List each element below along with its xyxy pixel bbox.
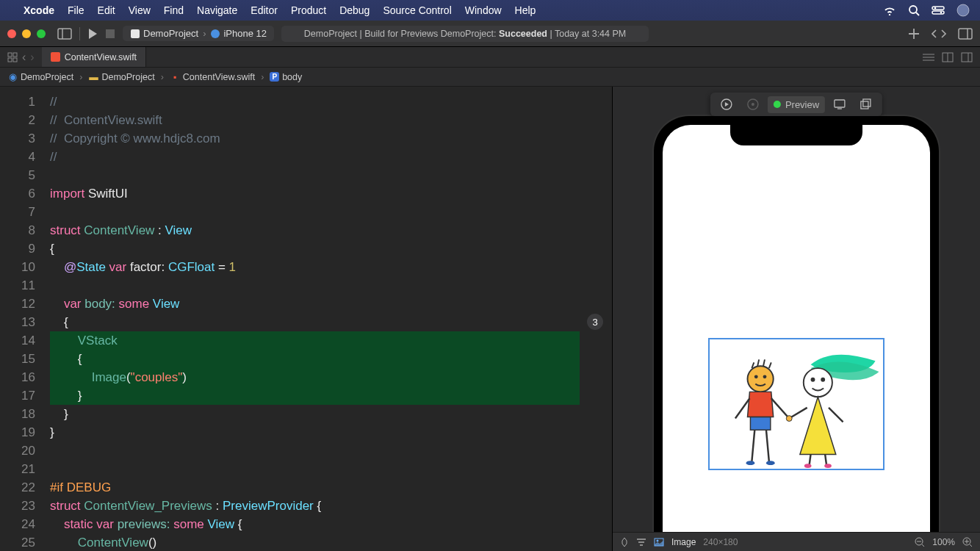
device-frame (654, 116, 939, 532)
tab-contentview[interactable]: ContentView.swift (42, 47, 146, 67)
app-name[interactable]: Xcode (24, 4, 54, 16)
code-review-icon[interactable] (932, 29, 946, 39)
menu-product[interactable]: Product (291, 4, 326, 16)
svg-point-43 (748, 366, 774, 392)
inspectors-toggle-icon[interactable] (958, 28, 973, 40)
menu-window[interactable]: Window (465, 4, 502, 16)
menu-source-control[interactable]: Source Control (383, 4, 451, 16)
adjust-editor-icon[interactable] (942, 52, 954, 62)
related-items-icon[interactable] (7, 52, 18, 62)
menu-debug[interactable]: Debug (339, 4, 370, 16)
svg-line-1 (916, 12, 919, 15)
jump-symbol[interactable]: body (282, 72, 302, 82)
add-editor-icon[interactable] (961, 52, 973, 62)
preview-toolbar: Preview (710, 93, 882, 116)
swift-file-icon (51, 52, 60, 62)
couples-image-content (710, 339, 883, 469)
preview-device-button[interactable] (828, 96, 851, 112)
svg-rect-32 (863, 99, 871, 107)
scheme-device-label: iPhone 12 (223, 28, 267, 39)
stop-button[interactable] (105, 29, 115, 39)
menu-view[interactable]: View (129, 4, 151, 16)
change-badge[interactable]: 3 (587, 314, 603, 330)
svg-rect-17 (8, 58, 12, 62)
svg-rect-16 (13, 53, 17, 57)
source-editor[interactable]: 1234567891011121314151617181920212223242… (0, 87, 612, 551)
pin-icon[interactable] (620, 537, 629, 547)
svg-point-0 (909, 6, 917, 13)
window-toolbar: DemoProject › iPhone 12 DemoProject | Bu… (0, 21, 980, 47)
zoom-out-button[interactable] (915, 537, 925, 547)
zoom-in-button[interactable] (962, 537, 973, 547)
status-prefix: DemoProject | Build for Previews DemoPro… (304, 29, 499, 39)
preview-duplicate-button[interactable] (854, 96, 878, 113)
control-center-icon[interactable] (932, 6, 945, 15)
editor-tab-bar: ‹ › ContentView.swift (0, 47, 980, 68)
main-split: 1234567891011121314151617181920212223242… (0, 87, 980, 551)
menu-find[interactable]: Find (164, 4, 184, 16)
svg-line-48 (766, 430, 769, 461)
user-avatar-icon[interactable] (956, 4, 970, 17)
filter-icon[interactable] (636, 538, 646, 547)
svg-point-49 (746, 461, 755, 465)
nav-forward-icon[interactable]: › (30, 51, 34, 64)
preview-live-label: Preview (785, 99, 819, 110)
svg-point-53 (786, 416, 792, 422)
scheme-selector[interactable]: DemoProject › iPhone 12 (123, 26, 274, 41)
svg-rect-8 (58, 29, 71, 39)
jump-file[interactable]: ContentView.swift (183, 72, 255, 82)
svg-line-47 (752, 430, 754, 461)
preview-canvas[interactable] (613, 87, 980, 532)
macos-menubar: Xcode File Edit View Find Navigate Edito… (0, 0, 980, 21)
preview-live-button[interactable]: Preview (768, 96, 825, 113)
svg-point-45 (763, 375, 767, 378)
svg-point-44 (754, 375, 758, 378)
svg-rect-2 (932, 7, 944, 10)
spotlight-icon[interactable] (908, 4, 920, 16)
menu-help[interactable]: Help (515, 4, 536, 16)
chevron-right-icon: › (203, 28, 206, 39)
svg-point-12 (211, 29, 220, 38)
svg-rect-46 (750, 417, 770, 431)
nav-back-icon[interactable]: ‹ (22, 51, 26, 64)
preview-debug-button[interactable] (741, 96, 765, 113)
svg-rect-30 (835, 100, 845, 107)
close-window-button[interactable] (7, 29, 16, 38)
jump-project[interactable]: DemoProject (21, 72, 73, 82)
svg-point-40 (824, 464, 832, 468)
project-icon: ◉ (7, 71, 18, 82)
svg-rect-19 (51, 52, 60, 62)
svg-point-58 (657, 539, 659, 541)
add-button[interactable] (908, 28, 920, 40)
menu-file[interactable]: File (68, 4, 84, 16)
menu-editor[interactable]: Editor (251, 4, 278, 16)
menu-edit[interactable]: Edit (98, 4, 115, 16)
svg-line-38 (825, 454, 826, 465)
navigator-toggle-icon[interactable] (57, 28, 72, 40)
svg-rect-18 (13, 58, 17, 62)
canvas-preview-panel: Preview (612, 87, 980, 551)
jump-bar[interactable]: ◉ DemoProject › ▬ DemoProject › ▪ Conten… (0, 68, 980, 87)
svg-rect-25 (962, 53, 972, 62)
svg-rect-15 (8, 53, 12, 57)
menu-navigate[interactable]: Navigate (197, 4, 237, 16)
zoom-level[interactable]: 100% (932, 537, 955, 547)
minimize-window-button[interactable] (22, 29, 31, 38)
run-button[interactable] (87, 28, 98, 40)
editor-options-icon[interactable] (923, 53, 934, 62)
selected-view-image[interactable] (708, 338, 884, 470)
window-traffic-lights (7, 29, 46, 38)
zoom-window-button[interactable] (37, 29, 46, 38)
svg-rect-33 (861, 101, 868, 109)
wifi-icon[interactable] (883, 5, 896, 15)
preview-play-button[interactable] (715, 96, 738, 113)
svg-line-65 (970, 544, 972, 547)
activity-status[interactable]: DemoProject | Build for Previews DemoPro… (281, 26, 649, 42)
property-icon: P (270, 72, 279, 82)
preview-footer: Image 240×180 100% (613, 532, 980, 551)
jump-folder[interactable]: DemoProject (101, 72, 154, 82)
svg-point-4 (934, 7, 937, 10)
code-content[interactable]: //// ContentView.swift// Copyright © www… (50, 93, 605, 551)
device-notch (730, 125, 862, 145)
live-indicator-icon (774, 101, 781, 108)
